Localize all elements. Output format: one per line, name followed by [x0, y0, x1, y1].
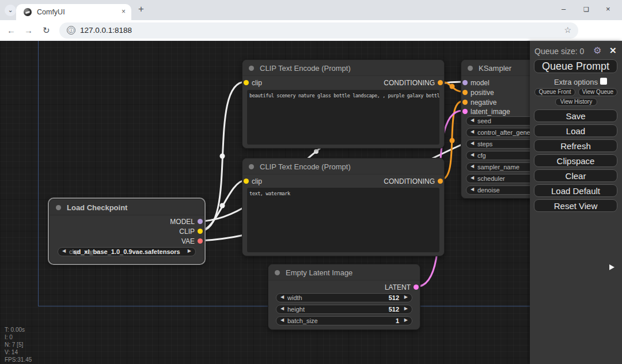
- queue-prompt-button[interactable]: Queue Prompt: [534, 59, 617, 73]
- node-header[interactable]: CLIP Text Encode (Prompt): [242, 60, 444, 76]
- window-close-icon[interactable]: ×: [606, 5, 610, 13]
- widget-increment-arrow[interactable]: ▶: [404, 317, 408, 323]
- node-header[interactable]: Load Checkpoint: [50, 199, 204, 215]
- extra-options-checkbox[interactable]: [600, 78, 607, 85]
- queue-size-label: Queue size: 0: [534, 47, 584, 56]
- reset-view-button[interactable]: Reset View: [534, 199, 617, 212]
- minimize-icon[interactable]: –: [562, 5, 566, 13]
- width-widget[interactable]: ◀ width 512 ▶: [276, 293, 412, 302]
- node-title: CLIP Text Encode (Prompt): [260, 162, 351, 171]
- load-button[interactable]: Load: [534, 124, 617, 137]
- widget-decrement-arrow[interactable]: ◀: [471, 187, 474, 192]
- model-input-slot[interactable]: [462, 80, 468, 85]
- node-title: CLIP Text Encode (Prompt): [260, 64, 351, 73]
- widget-name: denoise: [477, 187, 500, 194]
- view-history-button[interactable]: View History: [555, 98, 597, 106]
- prompt-textarea[interactable]: beautiful scenery nature glass bottle la…: [247, 90, 439, 145]
- widget-decrement-arrow[interactable]: ◀: [471, 175, 474, 180]
- widget-decrement-arrow[interactable]: ◀: [471, 129, 474, 134]
- clear-button[interactable]: Clear: [534, 169, 617, 182]
- widget-name: batch_size: [287, 317, 318, 324]
- batch-size-widget[interactable]: ◀ batch_size 1 ▶: [276, 316, 412, 325]
- node-empty-latent-image[interactable]: Empty Latent Image LATENT ◀ width 512 ▶ …: [268, 264, 420, 330]
- collapse-dot-icon[interactable]: [249, 164, 254, 169]
- tab-search-icon[interactable]: ⌄: [5, 5, 16, 16]
- maximize-icon[interactable]: ❏: [583, 6, 589, 13]
- node-title: Load Checkpoint: [67, 203, 127, 212]
- negative-input-slot[interactable]: [462, 100, 468, 105]
- stat-line: V: 14: [5, 348, 32, 356]
- forward-icon[interactable]: →: [24, 25, 33, 35]
- clip-input-slot[interactable]: [244, 179, 249, 184]
- new-tab-icon[interactable]: +: [138, 3, 144, 15]
- widget-decrement-arrow[interactable]: ◀: [280, 317, 284, 323]
- browser-tab[interactable]: ComfyUI ×: [16, 4, 131, 20]
- collapse-dot-icon[interactable]: [275, 270, 280, 275]
- conditioning-output-label: CONDITIONING: [384, 177, 435, 185]
- latent-output-label: LATENT: [385, 283, 411, 291]
- bookmark-star-icon[interactable]: ☆: [564, 25, 571, 35]
- clip-input-slot[interactable]: [244, 80, 249, 85]
- view-queue-button[interactable]: View Queue: [578, 88, 617, 96]
- ckpt-name-widget[interactable]: ◀ ckpt_name sd_xl_base_1.0_0.9vae.safete…: [58, 247, 196, 256]
- node-header[interactable]: CLIP Text Encode (Prompt): [242, 158, 444, 175]
- widget-name: cfg: [477, 152, 486, 159]
- model-output-label: MODEL: [170, 218, 195, 226]
- widget-decrement-arrow[interactable]: ◀: [471, 152, 474, 157]
- collapse-dot-icon[interactable]: [468, 66, 473, 71]
- conditioning-output-slot[interactable]: [438, 80, 443, 85]
- link-dot: [450, 84, 455, 89]
- stat-line: FPS:31.45: [5, 356, 32, 363]
- node-load-checkpoint[interactable]: Load Checkpoint MODEL CLIP VAE ◀ ckpt_na…: [49, 199, 204, 264]
- clip-output-slot[interactable]: [198, 229, 203, 234]
- collapse-dot-icon[interactable]: [249, 66, 254, 71]
- browser-toolbar: ← → ↻ ⓘ 127.0.0.1:8188 ☆ ⋮: [0, 20, 622, 41]
- link-dot: [450, 138, 455, 143]
- collapse-dot-icon[interactable]: [56, 205, 61, 210]
- model-output-slot[interactable]: [198, 219, 203, 224]
- node-clip-text-encode-1[interactable]: CLIP Text Encode (Prompt) clip CONDITION…: [242, 59, 445, 149]
- graph-canvas[interactable]: CLIP Text Encode (Prompt) clip CONDITION…: [0, 41, 622, 364]
- tab-close-icon[interactable]: ×: [122, 7, 126, 16]
- clip-output-label: CLIP: [179, 227, 195, 236]
- node-title: KSampler: [479, 64, 511, 73]
- widget-decrement-arrow[interactable]: ◀: [280, 306, 284, 311]
- link-dot: [314, 149, 318, 154]
- widget-name: width: [287, 294, 302, 301]
- widget-increment-arrow[interactable]: ▶: [404, 294, 408, 299]
- url-text[interactable]: 127.0.0.1:8188: [80, 26, 132, 35]
- widget-decrement-arrow[interactable]: ◀: [471, 141, 474, 146]
- conditioning-output-slot[interactable]: [438, 179, 443, 184]
- vae-output-slot[interactable]: [198, 238, 203, 244]
- widget-increment-arrow[interactable]: ▶: [188, 248, 191, 253]
- positive-input-slot[interactable]: [462, 90, 468, 95]
- back-icon[interactable]: ←: [7, 25, 16, 35]
- widget-decrement-arrow[interactable]: ◀: [471, 164, 474, 169]
- latent-output-slot[interactable]: [414, 285, 419, 290]
- refresh-button[interactable]: Refresh: [534, 139, 617, 152]
- widget-decrement-arrow[interactable]: ◀: [280, 294, 284, 299]
- widget-name: height: [287, 306, 305, 313]
- widget-increment-arrow[interactable]: ▶: [404, 306, 408, 311]
- node-header[interactable]: Empty Latent Image: [268, 264, 420, 280]
- info-icon[interactable]: ⓘ: [67, 26, 75, 35]
- load-default-button[interactable]: Load Default: [534, 184, 617, 197]
- clipspace-button[interactable]: Clipspace: [534, 154, 617, 167]
- model-input-label: model: [471, 79, 490, 87]
- prompt-textarea[interactable]: text, watermark: [247, 188, 439, 252]
- widget-decrement-arrow[interactable]: ◀: [471, 117, 474, 123]
- url-bar[interactable]: ⓘ 127.0.0.1:8188 ☆: [59, 22, 578, 39]
- widget-value: 512: [389, 306, 399, 313]
- close-icon[interactable]: ✕: [609, 46, 617, 56]
- node-clip-text-encode-2[interactable]: CLIP Text Encode (Prompt) clip CONDITION…: [242, 158, 445, 256]
- save-button[interactable]: Save: [534, 109, 617, 122]
- gear-icon[interactable]: ⚙: [593, 45, 601, 56]
- height-widget[interactable]: ◀ height 512 ▶: [276, 305, 412, 314]
- queue-front-button[interactable]: Queue Front: [534, 88, 575, 96]
- latent-image-input-slot[interactable]: [462, 109, 468, 114]
- node-title: Empty Latent Image: [286, 268, 352, 277]
- widget-name: sampler_name: [477, 164, 519, 170]
- reload-icon[interactable]: ↻: [43, 25, 50, 36]
- favicon-globe-icon: [24, 8, 32, 16]
- link-dot: [220, 154, 225, 159]
